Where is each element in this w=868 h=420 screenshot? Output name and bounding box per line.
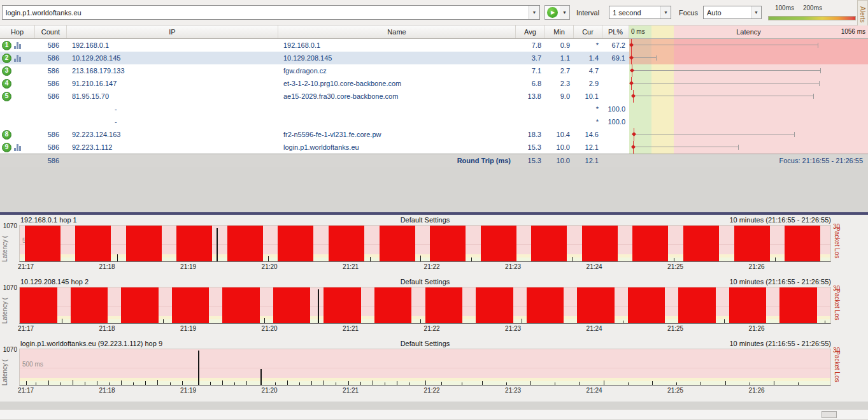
latency-spike — [109, 382, 110, 385]
table-row[interactable]: 1586192.168.0.1192.168.0.17.80.9*67.2 — [0, 39, 868, 52]
x-axis-tick-label: 21:20 — [262, 325, 278, 332]
x-axis-tick-label: 21:17 — [18, 325, 34, 332]
packet-loss-cell — [602, 90, 629, 103]
latency-range-bar — [631, 57, 656, 58]
header-avg[interactable]: Avg — [516, 25, 545, 38]
timeline-graph-icon[interactable] — [14, 144, 21, 151]
chevron-down-icon[interactable]: ▼ — [529, 6, 539, 19]
header-ip[interactable]: IP — [67, 25, 278, 38]
target-address-combobox[interactable]: login.p1.worldoftanks.eu ▼ — [2, 5, 540, 20]
timeline-graph[interactable]: login.p1.worldoftanks.eu (92.223.1.112) … — [0, 340, 868, 400]
start-trace-button[interactable]: ▶ — [544, 5, 560, 20]
latency-spike — [97, 381, 97, 385]
table-row[interactable]: 3586213.168.179.133fgw.dragon.cz7.12.74.… — [0, 64, 868, 77]
latency-graph-cell — [629, 39, 868, 52]
timeline-graph-icon[interactable] — [14, 42, 21, 49]
min-cell — [545, 103, 574, 115]
latency-spike — [287, 380, 288, 385]
header-count[interactable]: Count — [35, 25, 67, 38]
timeline-graph[interactable]: 10.129.208.145 hop 2Default Settings10 m… — [0, 278, 868, 338]
horizontal-scrollbar[interactable] — [0, 409, 868, 419]
x-axis-tick-label: 21:24 — [587, 263, 602, 270]
header-pl[interactable]: PL% — [602, 25, 629, 38]
latency-graph-cell — [629, 64, 868, 77]
latency-spike — [652, 381, 653, 385]
latency-spike — [750, 382, 750, 385]
packet-loss-bar — [278, 226, 313, 261]
latency-spike — [360, 382, 361, 385]
packet-loss-cell — [602, 141, 629, 154]
graph-time-range: 10 minutes (21:16:55 - 21:26:55) — [729, 278, 831, 286]
ip-cell: 92.223.124.163 — [67, 128, 278, 141]
packet-loss-bar — [273, 287, 311, 323]
hop-number-badge: 4 — [2, 79, 11, 89]
focus-select[interactable]: Auto ▼ — [703, 6, 762, 19]
packet-loss-bar — [176, 226, 212, 261]
latency-spike — [676, 382, 677, 385]
latency-spike — [264, 318, 265, 323]
avg-cell: 18.3 — [516, 128, 545, 141]
graph-settings-label: Default Settings — [19, 278, 831, 286]
start-options-dropdown[interactable]: ▼ — [560, 5, 570, 20]
chevron-down-glyph: ▼ — [532, 10, 537, 15]
latency-spike — [441, 382, 442, 385]
latency-spike — [311, 381, 312, 385]
packet-loss-bar — [374, 287, 412, 323]
header-latency[interactable]: 0 ms Latency 1056 ms — [629, 25, 868, 38]
header-name[interactable]: Name — [278, 25, 516, 38]
min-cell: 10.4 — [545, 128, 574, 141]
hop-number-badge: 9 — [2, 143, 11, 152]
cur-cell: 1.4 — [574, 52, 602, 64]
header-hop[interactable]: Hop — [0, 25, 35, 38]
count-cell: 586 — [35, 39, 67, 52]
count-cell — [35, 115, 67, 128]
latency-range-cap — [820, 68, 821, 73]
name-cell: 192.168.0.1 — [278, 39, 516, 52]
hop-cell: 5 — [0, 90, 35, 103]
ip-cell: 10.129.208.145 — [67, 52, 278, 64]
table-row[interactable]: -*100.0 — [0, 103, 868, 115]
latency-spike — [471, 257, 472, 261]
graph-plot-area[interactable]: 500 ms — [19, 349, 831, 386]
graph-plot-area[interactable]: 500 ms — [19, 225, 831, 262]
table-row[interactable]: 458691.210.16.147et-3-1-2-10.prg10.core-… — [0, 77, 868, 90]
name-cell: login.p1.worldoftanks.eu — [278, 141, 516, 154]
header-cur[interactable]: Cur — [574, 25, 602, 38]
latency-spike — [275, 382, 276, 385]
latency-graph-cell — [629, 77, 868, 90]
table-row[interactable]: 558681.95.15.70ae15-2029.fra30.core-back… — [0, 90, 868, 103]
packet-loss-bar — [476, 287, 513, 323]
header-min[interactable]: Min — [545, 25, 574, 38]
latency-range-bar — [631, 45, 818, 45]
table-row[interactable]: -*100.0 — [0, 115, 868, 128]
graph-time-range: 10 minutes (21:16:55 - 21:26:55) — [729, 340, 831, 347]
packet-loss-bar — [582, 226, 618, 261]
interval-select[interactable]: 1 second ▼ — [609, 6, 671, 19]
latency-spike — [701, 382, 701, 385]
scrollbar-thumb[interactable] — [822, 411, 837, 418]
summary-cur: 12.1 — [574, 154, 602, 167]
latency-spike — [198, 351, 199, 385]
timeline-graph-icon[interactable] — [14, 55, 21, 62]
table-row[interactable]: 258610.129.208.14510.129.208.1453.71.11.… — [0, 52, 868, 64]
latency-spike — [182, 381, 183, 385]
x-axis-tick-label: 21:19 — [180, 263, 196, 270]
latency-spike — [299, 382, 300, 385]
timeline-graph[interactable]: 192.168.0.1 hop 1Default Settings10 minu… — [0, 216, 868, 277]
ip-cell: - — [67, 103, 278, 115]
latency-spike — [573, 257, 573, 261]
table-row[interactable]: 958692.223.1.112login.p1.worldoftanks.eu… — [0, 141, 868, 154]
latency-spike — [530, 381, 531, 385]
latency-spike — [420, 256, 421, 261]
latency-zone-yellow — [651, 128, 674, 141]
hop-cell: 4 — [0, 77, 35, 90]
packet-loss-cell: 67.2 — [602, 39, 629, 52]
table-row[interactable]: 858692.223.124.163fr2-n5596-fe-1-vl231.f… — [0, 128, 868, 141]
latency-spike — [36, 382, 36, 385]
latency-spike — [385, 382, 385, 385]
latency-spike — [825, 321, 825, 323]
x-axis-tick-label: 21:21 — [343, 325, 359, 332]
cur-cell: 10.1 — [574, 90, 602, 103]
toolbar: login.p1.worldoftanks.eu ▼ ▶ ▼ Interval … — [0, 0, 868, 25]
graph-plot-area[interactable]: 500 ms — [19, 287, 831, 324]
